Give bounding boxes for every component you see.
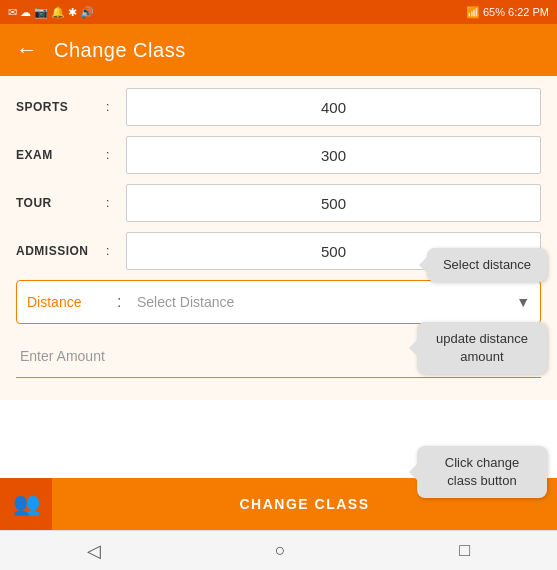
- home-nav-icon[interactable]: ○: [275, 540, 286, 561]
- distance-colon: :: [117, 293, 137, 311]
- tour-input[interactable]: [126, 184, 541, 222]
- time-display: 6:22 PM: [508, 6, 549, 18]
- bottom-nav: ◁ ○ □: [0, 530, 557, 570]
- distance-select[interactable]: Select Distance: [137, 294, 516, 310]
- sports-input[interactable]: [126, 88, 541, 126]
- exam-input[interactable]: [126, 136, 541, 174]
- chevron-down-icon: ▼: [516, 294, 530, 310]
- signal-icon: 📶: [466, 6, 480, 19]
- change-class-label: CHANGE CLASS: [52, 496, 557, 512]
- tour-colon: :: [106, 196, 126, 210]
- admission-label: ADMISSION: [16, 244, 106, 258]
- battery-text: 65%: [483, 6, 505, 18]
- status-icons-left: ✉ ☁ 📷 🔔 ✱ 🔊: [8, 6, 94, 19]
- status-icons-right: 📶 65% 6:22 PM: [466, 6, 549, 19]
- distance-label: Distance: [27, 294, 117, 310]
- tooltip-update-amount: update distance amount: [417, 322, 547, 374]
- sports-colon: :: [106, 100, 126, 114]
- back-nav-icon[interactable]: ◁: [87, 540, 101, 562]
- tooltip-change-class: Click change class button: [417, 446, 547, 498]
- tooltip-select-text: Select distance: [443, 257, 531, 272]
- admission-colon: :: [106, 244, 126, 258]
- tooltip-select-distance: Select distance: [427, 248, 547, 282]
- sports-label: SPORTS: [16, 100, 106, 114]
- tour-row: TOUR :: [16, 184, 541, 222]
- top-bar: ← Change Class: [0, 24, 557, 76]
- exam-colon: :: [106, 148, 126, 162]
- page-title: Change Class: [54, 39, 186, 62]
- status-bar: ✉ ☁ 📷 🔔 ✱ 🔊 📶 65% 6:22 PM: [0, 0, 557, 24]
- tour-label: TOUR: [16, 196, 106, 210]
- exam-label: EXAM: [16, 148, 106, 162]
- tooltip-update-text: update distance amount: [436, 331, 528, 364]
- distance-row[interactable]: Distance : Select Distance ▼: [16, 280, 541, 324]
- recent-nav-icon[interactable]: □: [459, 540, 470, 561]
- sports-row: SPORTS :: [16, 88, 541, 126]
- notification-icons: ✉ ☁ 📷 🔔 ✱ 🔊: [8, 6, 94, 19]
- people-icon: 👥: [13, 491, 40, 517]
- back-button[interactable]: ←: [16, 37, 38, 63]
- button-icon-area: 👥: [0, 478, 52, 530]
- tooltip-change-text: Click change class button: [445, 455, 519, 488]
- exam-row: EXAM :: [16, 136, 541, 174]
